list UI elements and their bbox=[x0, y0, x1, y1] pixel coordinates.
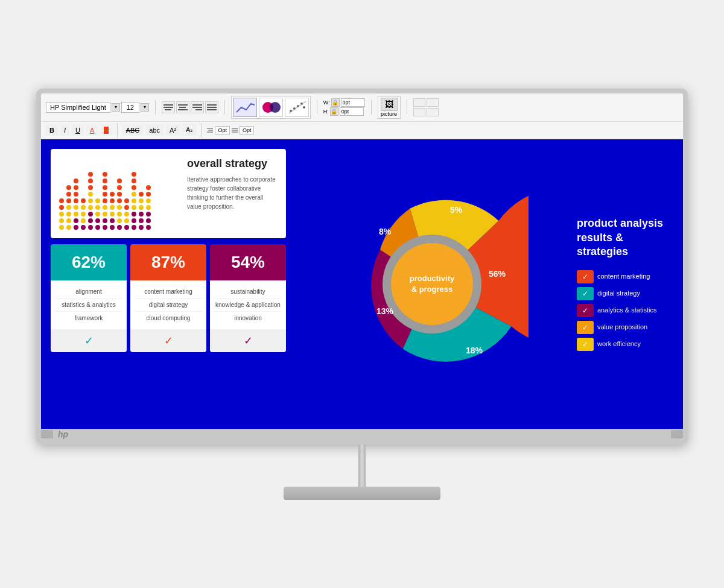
right-panel: 56% 18% 13% 8% 5% productivity & progres… bbox=[293, 149, 673, 419]
stand-neck bbox=[358, 444, 366, 487]
dot bbox=[124, 205, 129, 210]
picture-button[interactable]: 🖼 picture bbox=[378, 96, 401, 119]
stat-item: alignment bbox=[56, 285, 122, 299]
font-name-input[interactable]: HP Simplified Light bbox=[46, 102, 110, 113]
grid-icon-3[interactable] bbox=[413, 108, 425, 116]
font-name-dropdown[interactable]: ▾ bbox=[112, 103, 120, 112]
dot-col-3 bbox=[74, 179, 78, 230]
width-input[interactable] bbox=[341, 98, 365, 107]
stat-card-1-header: 62% bbox=[51, 244, 127, 280]
dot bbox=[146, 192, 151, 197]
dot bbox=[88, 179, 93, 183]
height-lock-icon[interactable]: 🔒 bbox=[330, 107, 338, 116]
legend-check-3: ✓ bbox=[577, 304, 594, 317]
dot-col-10 bbox=[124, 198, 129, 230]
divider-1 bbox=[155, 100, 156, 115]
dot bbox=[74, 212, 78, 217]
underline-button[interactable]: U bbox=[72, 125, 84, 136]
line-chart-icon[interactable] bbox=[233, 98, 257, 117]
grid-icon-4[interactable] bbox=[427, 108, 439, 116]
legend-check-5: ✓ bbox=[577, 338, 594, 351]
dot bbox=[74, 218, 78, 223]
subscript-button[interactable]: A₂ bbox=[182, 124, 196, 136]
stat-card-2-footer: ✓ bbox=[130, 329, 206, 352]
superscript-button[interactable]: A² bbox=[166, 125, 180, 136]
align-justify-btn[interactable] bbox=[205, 101, 218, 113]
dot bbox=[88, 218, 93, 223]
picture-label: picture bbox=[381, 111, 397, 117]
donut-chart-icon[interactable] bbox=[259, 98, 283, 117]
dot bbox=[132, 179, 136, 183]
hp-logo: hp bbox=[58, 429, 68, 439]
dot bbox=[132, 185, 136, 190]
dot bbox=[124, 212, 129, 217]
dot-col-1 bbox=[59, 198, 64, 230]
highlight-button[interactable]: A bbox=[100, 125, 112, 136]
stat-card-3-footer: ✓ bbox=[210, 329, 286, 352]
stat-card-2-header: 87% bbox=[130, 244, 206, 280]
font-size-input[interactable]: 12 bbox=[121, 102, 139, 113]
dot bbox=[88, 225, 93, 230]
label-56: 56% bbox=[489, 269, 506, 279]
scatter-chart-icon[interactable] bbox=[285, 98, 309, 117]
legend-label-4: value proposition bbox=[597, 323, 647, 331]
grid-icon-1[interactable] bbox=[413, 98, 425, 107]
label-5: 5% bbox=[450, 205, 463, 215]
monitor-frame: HP Simplified Light ▾ 12 ▾ bbox=[36, 89, 688, 444]
font-size-dropdown[interactable]: ▾ bbox=[141, 103, 149, 112]
strategy-text: overall strategy Iterative approaches to… bbox=[187, 157, 278, 230]
stat-2-percent: 87% bbox=[136, 253, 200, 272]
grid-icon-2[interactable] bbox=[427, 98, 439, 107]
strikethrough-button[interactable]: ABC bbox=[122, 125, 144, 136]
dot bbox=[132, 172, 136, 177]
align-center-btn[interactable] bbox=[176, 101, 189, 113]
dot bbox=[103, 212, 107, 217]
dot bbox=[110, 225, 115, 230]
dot-col-7 bbox=[103, 172, 107, 230]
indent-value[interactable]: Opt bbox=[215, 126, 230, 134]
dot bbox=[117, 185, 122, 190]
dot bbox=[59, 218, 64, 223]
chin-icon-right bbox=[671, 430, 683, 438]
dot bbox=[124, 218, 129, 223]
check-icon-1: ✓ bbox=[84, 334, 94, 347]
stat-card-3-header: 54% bbox=[210, 244, 286, 280]
bold-button[interactable]: B bbox=[46, 125, 58, 136]
dot bbox=[74, 205, 78, 210]
stat-item: digital strategy bbox=[135, 299, 202, 312]
dot bbox=[117, 205, 122, 210]
dot bbox=[59, 225, 64, 230]
dot-col-12 bbox=[139, 192, 144, 230]
spacing-value[interactable]: Opt bbox=[240, 126, 255, 134]
monitor-wrapper: HP Simplified Light ▾ 12 ▾ bbox=[36, 89, 688, 500]
lowercase-button[interactable]: abc bbox=[145, 125, 164, 136]
stat-card-2: 87% content marketing digital strategy c… bbox=[130, 244, 206, 352]
dot bbox=[103, 218, 107, 223]
align-left-btn[interactable] bbox=[162, 101, 175, 113]
dot bbox=[81, 212, 86, 217]
line bbox=[192, 107, 202, 108]
dot bbox=[110, 198, 115, 203]
size-inputs-group: W: 🔒 H: 🔒 bbox=[323, 98, 365, 116]
text-color-button[interactable]: A bbox=[86, 125, 98, 136]
italic-button[interactable]: I bbox=[60, 125, 69, 136]
chart-title: product analysis results & strategies bbox=[577, 217, 673, 259]
dot bbox=[88, 198, 93, 203]
dot bbox=[139, 198, 144, 203]
stat-item: content marketing bbox=[135, 285, 202, 299]
align-right-btn[interactable] bbox=[191, 101, 204, 113]
stat-card-1: 62% alignment statistics & analytics fra… bbox=[51, 244, 127, 352]
height-input[interactable] bbox=[340, 107, 364, 116]
legend-check-1: ✓ bbox=[577, 270, 594, 283]
dot bbox=[103, 205, 107, 210]
dot bbox=[146, 198, 151, 203]
left-panel: overall strategy Iterative approaches to… bbox=[51, 149, 286, 419]
width-lock-icon[interactable]: 🔒 bbox=[331, 98, 340, 107]
dot bbox=[124, 225, 129, 230]
dot bbox=[146, 205, 151, 210]
dot bbox=[139, 212, 144, 217]
image-icon: 🖼 bbox=[381, 98, 398, 111]
svg-point-6 bbox=[303, 106, 305, 109]
dot bbox=[132, 225, 136, 230]
dot bbox=[103, 192, 107, 197]
